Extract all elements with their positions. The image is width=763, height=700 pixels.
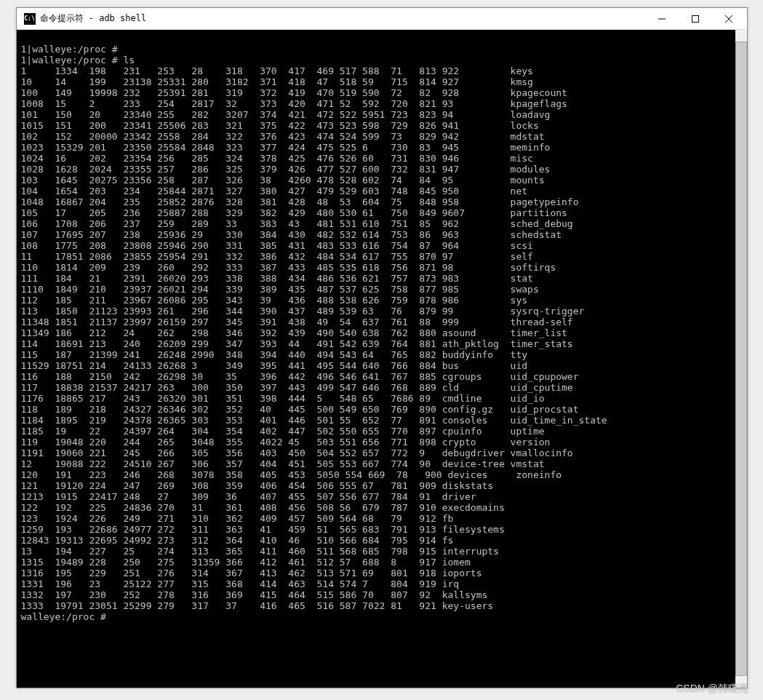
window-title: 命令提示符 - adb shell xyxy=(40,12,645,25)
svg-rect-1 xyxy=(692,15,698,22)
cmd-window: C:\ 命令提示符 - adb shell 1|walleye:/proc # … xyxy=(16,7,748,688)
prompt-line: 1|walleye:/proc # ls xyxy=(21,55,135,65)
prompt-line: 1|walleye:/proc # xyxy=(21,44,118,55)
watermark: CSDN @韩曙亮 xyxy=(676,683,748,696)
close-button[interactable] xyxy=(712,9,746,29)
scrollbar[interactable] xyxy=(735,30,747,688)
terminal-area[interactable]: 1|walleye:/proc # 1|walleye:/proc # ls 1… xyxy=(17,30,747,688)
minimize-button[interactable] xyxy=(645,9,679,29)
window-controls xyxy=(645,9,746,29)
cmd-icon: C:\ xyxy=(24,13,36,25)
scrollbar-thumb[interactable] xyxy=(735,41,747,676)
maximize-button[interactable] xyxy=(679,9,712,29)
title-bar[interactable]: C:\ 命令提示符 - adb shell xyxy=(17,8,747,30)
ls-output: 1 1334 198 231 253 28 318 370 417 469 51… xyxy=(21,65,607,611)
prompt-line: walleye:/proc # xyxy=(21,611,106,622)
